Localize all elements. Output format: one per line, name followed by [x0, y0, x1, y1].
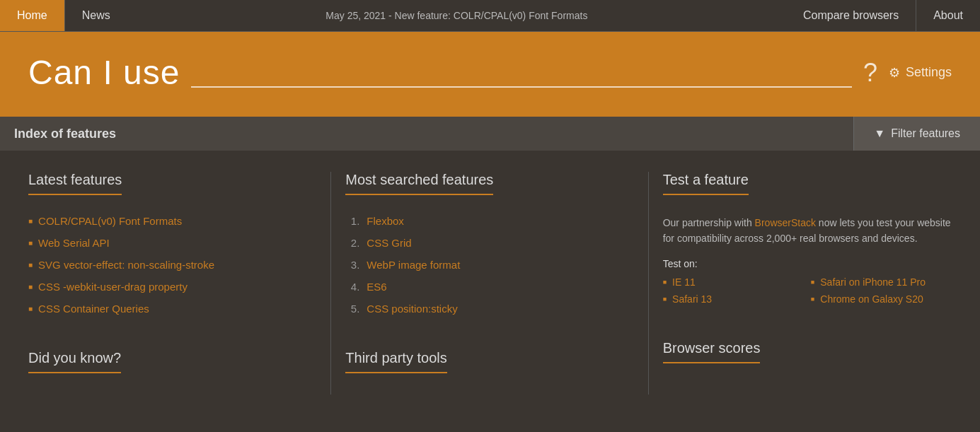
list-number: 4.: [345, 281, 359, 293]
index-title: Index of features: [0, 117, 853, 151]
list-item: 5. CSS position:sticky: [345, 303, 633, 315]
list-number: 2.: [345, 237, 359, 249]
list-item: SVG vector-effect: non-scaling-stroke: [28, 259, 316, 271]
list-number: 5.: [345, 303, 359, 315]
test-feature-section: Test a feature Our partnership with Brow…: [649, 172, 966, 395]
settings-button[interactable]: ⚙ Settings: [889, 65, 952, 81]
test-on-label: Test on:: [663, 258, 952, 269]
list-item: 1. Flexbox: [345, 215, 633, 227]
list-item: 2. CSS Grid: [345, 237, 633, 249]
nav-announcement: May 25, 2021 - New feature: COLR/CPAL(v0…: [127, 0, 786, 31]
main-content: Latest features COLR/CPAL(v0) Font Forma…: [0, 151, 980, 409]
list-item: 3. WebP image format: [345, 259, 633, 271]
feature-link[interactable]: WebP image format: [367, 259, 460, 271]
help-icon[interactable]: ?: [863, 58, 877, 88]
settings-label: Settings: [906, 65, 952, 80]
feature-link[interactable]: CSS -webkit-user-drag property: [38, 281, 188, 293]
feature-link[interactable]: Web Serial API: [38, 237, 110, 249]
list-number: 1.: [345, 215, 359, 227]
list-item: 4. ES6: [345, 281, 633, 293]
latest-features-title: Latest features: [28, 172, 122, 195]
nav-compare-browsers[interactable]: Compare browsers: [786, 0, 916, 31]
filter-label: Filter features: [891, 127, 960, 140]
test-item: Safari on iPhone 11 Pro: [811, 276, 952, 288]
filter-features-button[interactable]: ▼ Filter features: [853, 117, 980, 151]
list-item: CSS Container Queries: [28, 303, 316, 315]
test-ie11-link[interactable]: IE 11: [672, 276, 696, 288]
test-description: Our partnership with BrowserStack now le…: [663, 215, 952, 247]
feature-link[interactable]: SVG vector-effect: non-scaling-stroke: [38, 259, 214, 271]
feature-link[interactable]: CSS position:sticky: [367, 303, 457, 315]
list-number: 3.: [345, 259, 359, 271]
test-items-grid: IE 11 Safari on iPhone 11 Pro Safari 13 …: [663, 276, 952, 305]
test-feature-title: Test a feature: [663, 172, 749, 195]
most-searched-section: Most searched features 1. Flexbox 2. CSS…: [331, 172, 648, 395]
nav-right: Compare browsers About: [786, 0, 980, 31]
nav-home[interactable]: Home: [0, 0, 64, 31]
did-you-know-title: Did you know?: [28, 350, 121, 373]
list-item: Web Serial API: [28, 237, 316, 249]
hero-title: Can I use: [28, 53, 180, 92]
test-item: IE 11: [663, 276, 804, 288]
third-party-tools-title: Third party tools: [345, 350, 446, 373]
list-item: COLR/CPAL(v0) Font Formats: [28, 215, 316, 227]
nav-left: Home News: [0, 0, 127, 31]
test-item: Chrome on Galaxy S20: [811, 293, 952, 305]
most-searched-list: 1. Flexbox 2. CSS Grid 3. WebP image for…: [345, 215, 633, 315]
feature-link[interactable]: CSS Grid: [367, 237, 411, 249]
main-nav: Home News May 25, 2021 - New feature: CO…: [0, 0, 980, 32]
feature-link[interactable]: Flexbox: [367, 215, 404, 227]
browserstack-link[interactable]: BrowserStack: [755, 217, 816, 228]
most-searched-title: Most searched features: [345, 172, 493, 195]
test-item: Safari 13: [663, 293, 804, 305]
gear-icon: ⚙: [889, 65, 900, 81]
browser-scores-title: Browser scores: [663, 340, 761, 363]
test-chrome-galaxy-link[interactable]: Chrome on Galaxy S20: [820, 293, 923, 305]
latest-features-list: COLR/CPAL(v0) Font Formats Web Serial AP…: [28, 215, 316, 315]
feature-link[interactable]: COLR/CPAL(v0) Font Formats: [38, 215, 182, 227]
nav-about[interactable]: About: [916, 0, 980, 31]
test-safari13-link[interactable]: Safari 13: [672, 293, 712, 305]
filter-icon: ▼: [874, 127, 885, 140]
latest-features-section: Latest features COLR/CPAL(v0) Font Forma…: [14, 172, 331, 395]
feature-link[interactable]: CSS Container Queries: [38, 303, 149, 315]
hero-section: Can I use ? ⚙ Settings: [0, 32, 980, 117]
feature-link[interactable]: ES6: [367, 281, 386, 293]
search-input[interactable]: [191, 58, 851, 88]
test-safari-iphone-link[interactable]: Safari on iPhone 11 Pro: [820, 276, 926, 288]
index-bar: Index of features ▼ Filter features: [0, 117, 980, 151]
list-item: CSS -webkit-user-drag property: [28, 281, 316, 293]
nav-news[interactable]: News: [64, 0, 127, 31]
